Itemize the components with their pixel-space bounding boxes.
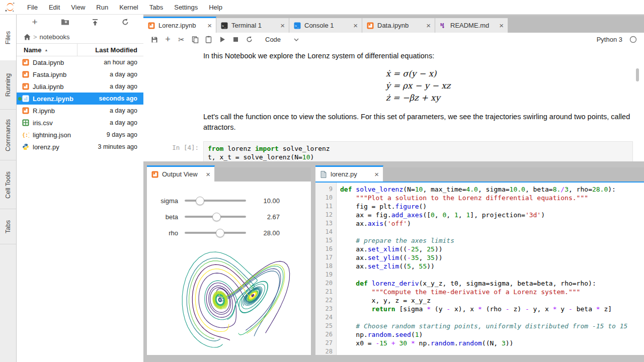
editor-line-26[interactable]: 26 np.random.seed(1) [315, 330, 644, 339]
close-icon[interactable]: × [353, 21, 358, 30]
close-icon[interactable]: × [426, 21, 431, 30]
sidebar-tab-label: Commands [5, 119, 12, 151]
editor-line-17[interactable]: 17 ax.set_ylim((-35, 35)) [315, 253, 644, 262]
close-icon[interactable]: × [499, 21, 504, 30]
line-number: 21 [315, 288, 337, 296]
editor-line-23[interactable]: 23 return [sigma * (y - x), x * (rho - z… [315, 305, 644, 313]
upload-button[interactable] [90, 17, 100, 27]
close-icon[interactable]: × [207, 21, 212, 30]
editor-line-10[interactable]: 10 """Plot a solution to the Lorenz diff… [315, 194, 644, 202]
run-cell-button[interactable] [215, 35, 229, 45]
notebook-toolbar: + ✂ Code Python 3 [143, 33, 644, 47]
column-name[interactable]: Name ▲ [17, 46, 77, 54]
file-row-fasta.ipynb[interactable]: Fasta.ipynba day ago [17, 68, 143, 80]
notebook-scrollbar[interactable] [636, 68, 639, 81]
menu-tabs[interactable]: Tabs [144, 1, 169, 14]
file-row-lorenz.py[interactable]: lorenz.py3 minutes ago [17, 141, 143, 153]
csv-file-icon [22, 119, 29, 126]
editor-line-15[interactable]: 15 # prepare the axes limits [315, 236, 644, 245]
menu-file[interactable]: File [22, 1, 43, 14]
editor-line-9[interactable]: 9def solve_lorenz(N=10, max_time=4.0, si… [315, 185, 644, 194]
close-icon[interactable]: × [280, 21, 285, 30]
line-code: ax = fig.add_axes([0, 0, 1, 1], projecti… [337, 211, 545, 219]
editor-line-21[interactable]: 21 """Compute the time-derivative of a L… [315, 288, 644, 296]
tab-readme-md[interactable]: MREADME.md× [435, 18, 508, 33]
stop-kernel-button[interactable] [229, 35, 243, 45]
file-row-julia.ipynb[interactable]: Julia.ipynba day ago [17, 80, 143, 93]
sidebar-tab-commands[interactable]: Commands [0, 110, 16, 160]
editor-line-24[interactable]: 24 [315, 313, 644, 322]
line-number: 22 [315, 296, 337, 305]
tab-data-ipynb[interactable]: Data.ipynb× [362, 18, 435, 33]
slider-value: 28.00 [254, 229, 280, 237]
menu-edit[interactable]: Edit [43, 1, 65, 14]
menu-view[interactable]: View [65, 1, 91, 14]
editor-line-14[interactable]: 14 [315, 228, 644, 236]
slider-handle[interactable] [216, 229, 224, 237]
editor-line-20[interactable]: 20 def lorenz_deriv(x_y_z, t0, sigma=sig… [315, 279, 644, 288]
sidebar-tab-tabs[interactable]: Tabs [0, 210, 16, 244]
file-row-r.ipynb[interactable]: R.ipynba day ago [17, 105, 143, 117]
menu-kernel[interactable]: Kernel [114, 1, 144, 14]
main-tab-bar: Lorenz.ipynb×>_Terminal 1×>_Console 1×Da… [143, 16, 644, 33]
code-editor-panel[interactable]: 8 9def solve_lorenz(N=10, max_time=4.0, … [315, 182, 644, 355]
editor-line-28[interactable]: 28 [315, 347, 644, 355]
tab-output-view[interactable]: Output View× [147, 165, 215, 182]
slider-track[interactable] [185, 232, 246, 234]
editor-line-22[interactable]: 22 x, y, z = x_y_z [315, 296, 644, 305]
sidebar-tab-cell-tools[interactable]: Cell Tools [0, 161, 16, 209]
code-cell-input[interactable]: from lorenz import solve_lorenzt, x_t = … [203, 141, 633, 161]
code-cell-prompt: In [4]: [143, 141, 203, 161]
line-code: ax.axis('off') [337, 219, 411, 228]
file-row-data.ipynb[interactable]: Data.ipynban hour ago [17, 56, 143, 68]
file-row-iris.csv[interactable]: iris.csva day ago [17, 117, 143, 129]
copy-cells-button[interactable] [188, 35, 202, 45]
sidebar-tab-files[interactable]: Files [0, 14, 16, 61]
line-code: x, y, z = x_y_z [337, 296, 431, 305]
menu-help[interactable]: Help [203, 1, 228, 14]
column-last-modified[interactable]: Last Modified [77, 46, 143, 54]
editor-line-12[interactable]: 12 ax = fig.add_axes([0, 0, 1, 1], proje… [315, 211, 644, 219]
file-row-lightning.json[interactable]: {:}lightning.json9 days ago [17, 129, 143, 141]
close-icon[interactable]: × [374, 170, 379, 178]
notebook-content[interactable]: In this Notebook we explore the Lorenz s… [143, 46, 644, 161]
tab-console-1[interactable]: >_Console 1× [289, 18, 362, 33]
menu-run[interactable]: Run [91, 1, 114, 14]
tab-terminal-1[interactable]: >_Terminal 1× [216, 18, 289, 33]
restart-kernel-button[interactable] [243, 35, 256, 45]
editor-line-16[interactable]: 16 ax.set_xlim((-25, 25)) [315, 245, 644, 253]
notebook-icon [22, 59, 29, 66]
paste-cells-button[interactable] [202, 35, 215, 45]
markdown-cell-prompt [143, 51, 203, 133]
breadcrumb-folder[interactable]: notebooks [40, 33, 70, 41]
editor-line-27[interactable]: 27 x0 = -15 + 30 * np.random.random((N, … [315, 339, 644, 347]
menu-settings[interactable]: Settings [169, 1, 203, 14]
add-cell-button[interactable]: + [161, 35, 175, 45]
editor-line-13[interactable]: 13 ax.axis('off') [315, 219, 644, 228]
save-button[interactable] [147, 35, 161, 45]
editor-line-19[interactable]: 19 [315, 270, 644, 279]
notebook-icon [148, 22, 155, 29]
slider-track[interactable] [185, 200, 246, 202]
line-number: 10 [315, 194, 337, 202]
cut-cells-button[interactable]: ✂ [175, 35, 188, 45]
tab-label: Data.ipynb [377, 22, 423, 29]
editor-line-18[interactable]: 18 ax.set_zlim((5, 55)) [315, 262, 644, 270]
slider-handle[interactable] [212, 213, 221, 221]
new-folder-button[interactable] [60, 17, 70, 27]
kernel-indicator[interactable]: Python 3 [597, 36, 644, 43]
refresh-button[interactable] [120, 17, 130, 27]
sidebar-tab-running[interactable]: Running [0, 60, 16, 110]
tab-lorenz-ipynb[interactable]: Lorenz.ipynb× [143, 17, 216, 33]
tab-lorenz-py[interactable]: lorenz.py× [315, 165, 383, 182]
close-icon[interactable]: × [206, 170, 210, 178]
cell-type-dropdown[interactable]: Code [265, 36, 299, 43]
file-list: Data.ipynban hour agoFasta.ipynba day ag… [17, 56, 143, 153]
slider-handle[interactable] [196, 197, 204, 205]
editor-line-25[interactable]: 25 # Choose random starting points, unif… [315, 322, 644, 330]
line-code: def solve_lorenz(N=10, max_time=4.0, sig… [337, 185, 616, 194]
home-icon[interactable] [24, 34, 31, 40]
file-row-lorenz.ipynb[interactable]: Lorenz.ipynbseconds ago [17, 93, 143, 105]
editor-line-11[interactable]: 11 fig = plt.figure() [315, 202, 644, 211]
new-launcher-button[interactable]: + [30, 17, 40, 27]
